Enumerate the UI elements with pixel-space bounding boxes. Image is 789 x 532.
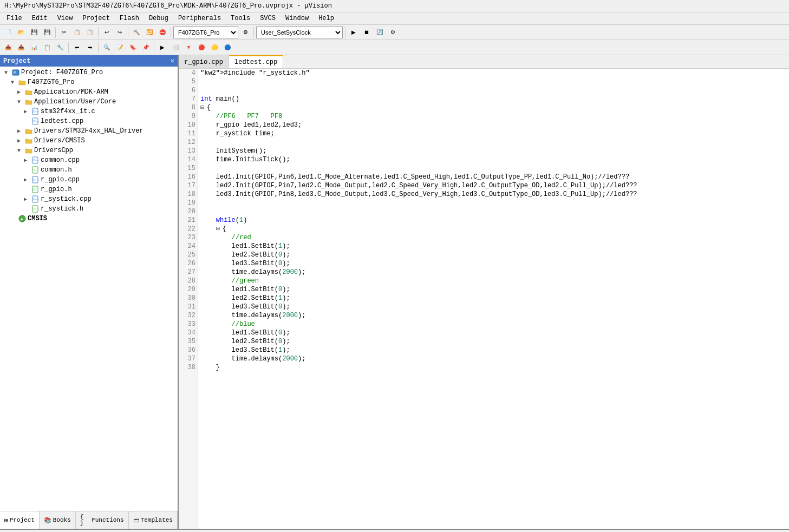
tb2-btn8[interactable]: 🔍 [101, 42, 113, 54]
function-dropdown[interactable]: User_SetSysClock [256, 27, 343, 38]
tree-item-2[interactable]: ▶Application/MDK-ARM [0, 87, 178, 97]
svg-text:C++: C++ [33, 110, 38, 114]
tb2-btn7[interactable]: ➡ [84, 42, 96, 54]
tb2-btn14[interactable]: 🔻 [182, 42, 194, 54]
tb2-btn15[interactable]: 🔴 [195, 42, 207, 54]
tree-item-1[interactable]: ▼F407ZGT6_Pro [0, 77, 178, 87]
redo-btn[interactable]: ↪ [114, 27, 126, 38]
tree-item-12[interactable]: Hr_gpio.h [0, 185, 178, 194]
toolbar-1: 📄 📂 💾 💾 ✂ 📋 📋 ↩ ↪ 🔨 🔁 ⛔ F407ZGT6_Pro ⚙ U… [0, 25, 789, 40]
code-content[interactable]: "kw2">#include "r_systick.h" int main()⊟… [198, 69, 789, 529]
tree-item-7[interactable]: ▶Drivers/CMSIS [0, 136, 178, 146]
save-all-btn[interactable]: 💾 [41, 27, 53, 38]
tb2-btn5[interactable]: 🔧 [54, 42, 66, 54]
expand-icon-4[interactable]: ▶ [24, 108, 30, 115]
tree-item-5[interactable]: C++ledtest.cpp [0, 116, 178, 126]
tb2-btn6[interactable]: ⬅ [71, 42, 83, 54]
menu-item-svcs[interactable]: SVCS [256, 14, 280, 23]
svg-text:H: H [34, 207, 36, 211]
project-controls[interactable]: ✕ [171, 57, 174, 65]
menu-item-help[interactable]: Help [314, 14, 338, 23]
menu-item-window[interactable]: Window [281, 14, 313, 23]
tb2-btn1[interactable]: 📤 [2, 42, 14, 54]
open-btn[interactable]: 📂 [15, 27, 27, 38]
tree-label-14: r_systick.h [41, 205, 83, 213]
tb2-btn10[interactable]: 🔖 [127, 42, 139, 54]
expand-icon-2[interactable]: ▶ [17, 89, 24, 95]
tree-type-icon-4: C++ [31, 107, 40, 116]
tree-type-icon-1 [18, 78, 27, 87]
tree-item-8[interactable]: ▼DriversCpp [0, 146, 178, 155]
tb2-btn16[interactable]: 🟡 [208, 42, 220, 54]
tree-item-13[interactable]: ▶C++r_systick.cpp [0, 194, 178, 204]
file-tab-r_gpio_cpp[interactable]: r_gpio.cpp [179, 55, 229, 68]
menu-item-project[interactable]: Project [78, 14, 114, 23]
tree-item-6[interactable]: ▶Drivers/STM32F4xx_HAL_Driver [0, 126, 178, 136]
menu-item-file[interactable]: File [2, 14, 27, 23]
stop-debug-btn[interactable]: ⏹ [361, 27, 373, 38]
save-btn[interactable]: 💾 [28, 27, 40, 38]
proj-tab-project[interactable]: ⊞Project [0, 511, 40, 529]
expand-icon-1[interactable]: ▼ [11, 80, 17, 86]
reset-btn[interactable]: 🔄 [374, 27, 386, 38]
tree-item-9[interactable]: ▶C++common.cpp [0, 155, 178, 165]
proj-tab-books[interactable]: 📚Books [40, 511, 76, 529]
settings-btn[interactable]: ⚙ [387, 27, 399, 38]
new-btn[interactable]: 📄 [2, 27, 14, 38]
tree-item-11[interactable]: ▶C++r_gpio.cpp [0, 175, 178, 185]
expand-icon-6[interactable]: ▶ [17, 128, 24, 134]
tb2-btn17[interactable]: 🔵 [221, 42, 233, 54]
tree-item-3[interactable]: ▼Application/User/Core [0, 97, 178, 107]
proj-tab-templates[interactable]: 🗃Templates [129, 511, 178, 529]
target-dropdown[interactable]: F407ZGT6_Pro [173, 27, 238, 38]
expand-icon-0[interactable]: ▼ [4, 70, 11, 76]
proj-tab-label-0: Project [10, 517, 35, 523]
menu-item-tools[interactable]: Tools [226, 14, 255, 23]
tb2-btn9[interactable]: 📝 [114, 42, 126, 54]
rebuild-btn[interactable]: 🔁 [144, 27, 155, 38]
cut-btn[interactable]: ✂ [58, 27, 70, 38]
menu-item-flash[interactable]: Flash [115, 14, 144, 23]
expand-icon-8[interactable]: ▼ [17, 148, 24, 154]
code-container[interactable]: 4567891011121314151617181920212223242526… [179, 69, 789, 529]
proj-tab-icon-2: { } [80, 514, 90, 527]
tb2-btn3[interactable]: 📊 [28, 42, 40, 54]
fold-marker[interactable]: ⊟ [200, 103, 207, 112]
proj-tab-functions[interactable]: { }Functions [76, 511, 129, 529]
proj-tab-icon-3: 🗃 [133, 517, 139, 524]
tree-label-8: DriversCpp [34, 147, 73, 154]
paste-btn[interactable]: 📋 [84, 27, 96, 38]
menu-item-debug[interactable]: Debug [145, 14, 173, 23]
proj-tab-label-2: Functions [92, 517, 123, 523]
tree-item-0[interactable]: ▼PProject: F407ZGT6_Pro [0, 68, 178, 77]
sep5 [253, 27, 254, 38]
expand-icon-7[interactable]: ▶ [17, 137, 24, 144]
fold-marker[interactable]: ⊟ [216, 225, 223, 233]
debug-btn[interactable]: ▶ [348, 27, 360, 38]
expand-icon-9[interactable]: ▶ [24, 157, 30, 163]
tree-type-icon-6 [24, 127, 33, 135]
expand-icon-3[interactable]: ▼ [17, 99, 24, 105]
tb2-btn2[interactable]: 📥 [15, 42, 27, 54]
menu-item-view[interactable]: View [53, 14, 77, 23]
expand-icon-11[interactable]: ▶ [24, 176, 30, 183]
tree-item-10[interactable]: Hcommon.h [0, 165, 178, 175]
tb2-btn12[interactable]: ▶ [157, 42, 168, 54]
tb2-btn11[interactable]: 📌 [140, 42, 152, 54]
undo-btn[interactable]: ↩ [101, 27, 113, 38]
options-btn[interactable]: ⚙ [239, 27, 251, 38]
tree-label-4: stm32f4xx_it.c [41, 108, 95, 115]
tree-item-4[interactable]: ▶C++stm32f4xx_it.c [0, 107, 178, 116]
menu-item-peripherals[interactable]: Peripherals [174, 14, 225, 23]
tb2-btn4[interactable]: 📋 [41, 42, 53, 54]
tb2-btn13[interactable]: ⬜ [169, 42, 181, 54]
stop-btn[interactable]: ⛔ [157, 27, 168, 38]
build-btn[interactable]: 🔨 [131, 27, 142, 38]
file-tab-ledtest_cpp[interactable]: ledtest.cpp [229, 55, 283, 68]
tree-item-14[interactable]: Hr_systick.h [0, 204, 178, 214]
copy-btn[interactable]: 📋 [71, 27, 83, 38]
tree-label-0: Project: F407ZGT6_Pro [21, 69, 103, 76]
expand-icon-13[interactable]: ▶ [24, 196, 30, 202]
tree-item-15[interactable]: ◆CMSIS [0, 214, 178, 224]
menu-item-edit[interactable]: Edit [28, 14, 52, 23]
